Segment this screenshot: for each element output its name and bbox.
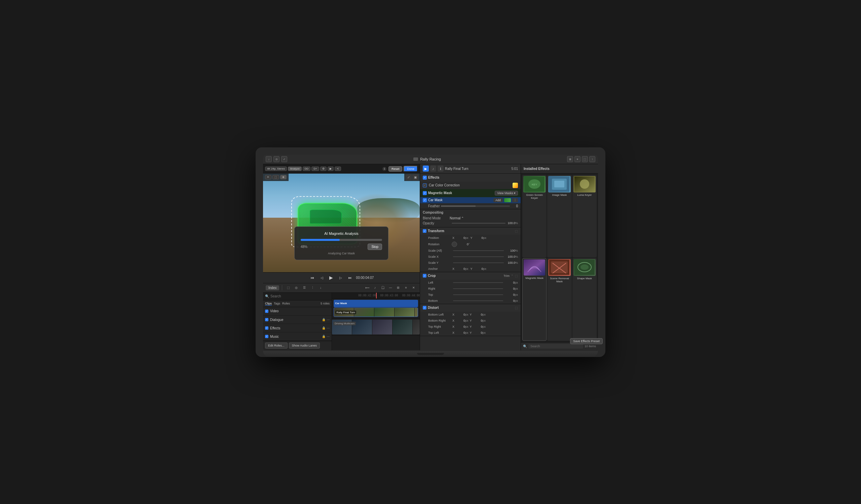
- mask-settings-btn[interactable]: ⋮: [512, 198, 518, 202]
- fullscreen-icon[interactable]: ⤢: [406, 174, 412, 180]
- tl-btn-4[interactable]: ⋮: [309, 284, 316, 291]
- stop-button[interactable]: Stop: [368, 244, 382, 250]
- feather-slider[interactable]: [441, 206, 510, 207]
- grid-view-btn[interactable]: ⊞: [567, 156, 573, 162]
- crop-left-slider[interactable]: [453, 282, 503, 283]
- crop-header[interactable]: ✓ Crop Trim ⌃ ⬚: [420, 272, 521, 280]
- tl-audio-btn[interactable]: ♪: [372, 284, 378, 291]
- crop-right-slider[interactable]: [453, 288, 503, 289]
- rally-clip[interactable]: Rally Final Turn: [333, 308, 418, 317]
- tl-grid-btn[interactable]: ⊞: [395, 284, 401, 291]
- timeline-search-bar[interactable]: 🔍: [263, 293, 332, 300]
- music-check[interactable]: ✓: [265, 335, 269, 338]
- feather-label: Feather: [428, 204, 440, 208]
- go-to-start-btn[interactable]: ⏮: [309, 274, 316, 281]
- tl-headphone-btn[interactable]: 🎧: [379, 284, 386, 291]
- tab-index[interactable]: Index: [266, 285, 279, 290]
- play-pause-btn[interactable]: ▶: [328, 274, 334, 281]
- video-check[interactable]: ✓: [265, 310, 269, 313]
- settings-btn[interactable]: ⚙: [320, 166, 327, 171]
- bl-y-label: Y: [470, 313, 472, 316]
- roles-tab[interactable]: Roles: [282, 302, 290, 305]
- tags-tab[interactable]: Tags: [274, 302, 280, 305]
- svg-rect-5: [554, 181, 564, 187]
- dialogue-check[interactable]: ✓: [265, 318, 269, 321]
- effect-scene-removal[interactable]: Scene Removal Mask: [547, 258, 571, 341]
- reset-button[interactable]: Reset: [388, 166, 402, 172]
- transform-header[interactable]: ✓ Transform ⬚: [420, 228, 521, 235]
- next-frame-btn[interactable]: ▷: [337, 274, 344, 281]
- import-btn[interactable]: ↓: [266, 156, 272, 162]
- tl-list-btn[interactable]: ≡: [402, 284, 409, 291]
- tl-btn-1[interactable]: ⬚: [285, 284, 291, 291]
- effects-check[interactable]: ✓: [265, 326, 269, 330]
- clips-tab[interactable]: Clips: [265, 302, 272, 305]
- pip-icon[interactable]: ▣: [412, 174, 419, 180]
- done-button[interactable]: Done: [404, 166, 418, 172]
- go-to-end-btn[interactable]: ⏭: [347, 274, 354, 281]
- position-y-val: 0: [473, 236, 483, 240]
- driving-track: Driving Multicam: [332, 318, 420, 336]
- effects-check[interactable]: ✓: [423, 176, 427, 180]
- opacity-slider[interactable]: [452, 223, 506, 224]
- driving-multicam-clip[interactable]: Driving Multicam: [332, 319, 420, 335]
- prev-frame-btn[interactable]: ◁: [318, 274, 325, 281]
- scale-x-slider[interactable]: [453, 256, 504, 257]
- effect-green-screen[interactable]: KEY Green Screen Keyer: [522, 175, 547, 258]
- search-input[interactable]: [270, 295, 330, 298]
- tl-btn-2[interactable]: ◎: [293, 284, 300, 291]
- scale-y-slider[interactable]: [453, 262, 504, 263]
- scale-all-slider[interactable]: [453, 250, 504, 251]
- share-btn[interactable]: ⊙: [273, 156, 279, 162]
- inspector-audio-btn[interactable]: ♪: [430, 165, 436, 172]
- export-btn[interactable]: ↑: [589, 156, 595, 162]
- inspector-video-btn[interactable]: ▶: [423, 165, 429, 172]
- car-mask-check[interactable]: ✓: [423, 198, 427, 202]
- view-masks-chevron: ▾: [514, 191, 516, 195]
- show-audio-lanes-btn[interactable]: Show Audio Lanes: [289, 342, 320, 349]
- timecode-display: 00:00:04:07: [356, 276, 374, 280]
- tl-back-btn[interactable]: ⟵: [364, 284, 371, 291]
- effect-luma-keyer[interactable]: Luma Keyer: [572, 175, 597, 258]
- layout-btn[interactable]: ⬚: [582, 156, 588, 162]
- edit-roles-btn[interactable]: Edit Roles...: [265, 342, 288, 349]
- analyze-btn[interactable]: Analyze: [288, 166, 301, 171]
- effect-image-mask[interactable]: Image Mask: [547, 175, 571, 258]
- dd-btn[interactable]: DD: [303, 166, 311, 171]
- crop-check[interactable]: ✓: [423, 274, 426, 277]
- effects-search-input[interactable]: [528, 344, 583, 349]
- tl-btn-3[interactable]: ☰: [301, 284, 308, 291]
- tl-close-btn[interactable]: ✕: [410, 284, 417, 291]
- car-color-check[interactable]: ✓: [423, 183, 427, 187]
- check-btn[interactable]: ✓: [281, 156, 287, 162]
- draw-pen-btn[interactable]: ✏: [265, 175, 271, 179]
- view-masks-btn[interactable]: View Masks ▾: [495, 191, 518, 195]
- distort-check[interactable]: ✓: [423, 306, 426, 310]
- blend-mode-select[interactable]: Normal ⌃: [450, 216, 464, 220]
- tl-dash-btn[interactable]: —: [387, 284, 394, 291]
- save-effects-preset-btn[interactable]: Save Effects Preset: [570, 338, 598, 344]
- effect-magnetic-mask[interactable]: Magnetic Mask: [522, 258, 547, 341]
- draw-magnet-btn[interactable]: ⊕: [280, 175, 287, 179]
- tr-label: Top Right: [428, 325, 452, 328]
- rotation-dial[interactable]: [452, 242, 457, 247]
- tl-btn-5[interactable]: ↓: [317, 284, 324, 291]
- mark-btn[interactable]: ≺: [334, 166, 341, 171]
- magnetic-mask-check[interactable]: ✓: [423, 191, 427, 195]
- car-mask-row[interactable]: ✓ Car Mask Add ⋮: [420, 197, 521, 203]
- crop-bottom-slider[interactable]: [453, 300, 503, 301]
- scale-all-label: Scale (All): [428, 249, 452, 252]
- draw-rect-btn[interactable]: ⬚: [272, 175, 279, 179]
- flag-btn[interactable]: ▶: [328, 166, 333, 171]
- mask-color-swatch[interactable]: [504, 198, 511, 202]
- distort-header[interactable]: ✓ Distort ⬚: [420, 304, 521, 312]
- add-btn[interactable]: Add: [493, 198, 503, 202]
- inspector-info-btn[interactable]: ℹ: [438, 165, 443, 172]
- car-mask-clip[interactable]: Car Mask: [333, 300, 418, 307]
- transform-check[interactable]: ✓: [423, 229, 426, 233]
- effect-shape-mask[interactable]: Shape Mask: [572, 258, 597, 341]
- list-view-btn[interactable]: ≡: [574, 156, 580, 162]
- db-btn[interactable]: D+: [312, 166, 319, 171]
- dialogue-icons: 🔒 —: [322, 318, 330, 321]
- crop-top-slider[interactable]: [453, 295, 503, 295]
